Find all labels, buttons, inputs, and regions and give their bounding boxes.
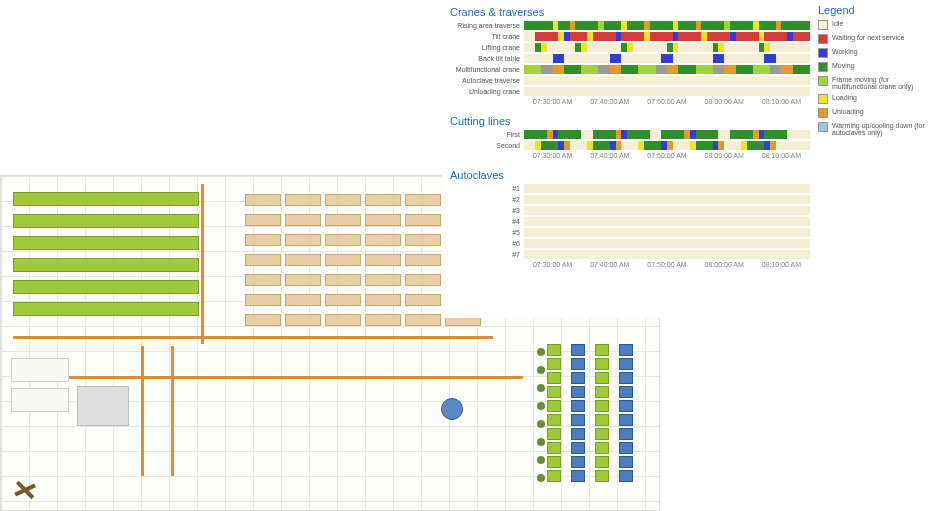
crane-label: Multifunctional crane	[450, 66, 524, 73]
gantt-segment	[593, 130, 616, 139]
tree-icon	[537, 348, 545, 356]
outbound-slot	[547, 372, 561, 384]
outbound-slot	[571, 456, 585, 468]
gantt-segment	[558, 130, 581, 139]
rack-slot	[285, 294, 321, 306]
legend-label: Loading	[832, 94, 857, 101]
crane-bar	[524, 87, 810, 96]
rack-slot	[325, 234, 361, 246]
crane-label: Unloading crane	[450, 88, 524, 95]
autoclave-label: #4	[450, 218, 524, 225]
autoclave-row: #2	[450, 194, 810, 204]
gantt-segment	[593, 141, 610, 150]
gantt-segment	[524, 43, 535, 52]
xaxis-tick: 07:40:00 AM	[581, 261, 638, 268]
tree-icon	[537, 366, 545, 374]
gantt-segment	[724, 65, 735, 74]
crane-bar	[524, 32, 810, 41]
gantt-segment	[524, 54, 553, 63]
crane-bar	[524, 76, 810, 85]
outbound-slot	[547, 358, 561, 370]
cutting-label: First	[450, 131, 524, 138]
gantt-segment	[667, 65, 678, 74]
rack-slot	[365, 274, 401, 286]
outbound-slot	[547, 400, 561, 412]
xaxis-tick: 08:10:00 AM	[753, 98, 810, 105]
cutting-xaxis: 07:30:00 AM07:40:00 AM07:50:00 AM08:00:0…	[524, 152, 810, 159]
outbound-slot	[595, 456, 609, 468]
gantt-segment	[547, 43, 576, 52]
autoclave-label: #5	[450, 229, 524, 236]
equip-box-3	[77, 386, 129, 426]
cutting-title: Cutting lines	[450, 115, 810, 127]
transfer-line-v2	[141, 346, 144, 476]
gantt-segment	[621, 32, 644, 41]
gantt-segment	[678, 43, 712, 52]
rack-slot	[245, 314, 281, 326]
outbound-slot	[547, 386, 561, 398]
autoclave-row: #5	[450, 227, 810, 237]
transfer-line-v3	[171, 346, 174, 476]
rack-slot	[365, 294, 401, 306]
gantt-segment	[753, 65, 770, 74]
outbound-slot	[595, 400, 609, 412]
autoclave-row: #3	[450, 205, 810, 215]
outbound-slot	[571, 386, 585, 398]
outbound-slot	[619, 428, 633, 440]
legend-swatch	[818, 76, 828, 86]
gantt-segment	[575, 21, 598, 30]
gantt-segment	[610, 54, 621, 63]
xaxis-tick: 08:10:00 AM	[753, 152, 810, 159]
gantt-segment	[776, 54, 810, 63]
outbound-slot	[595, 344, 609, 356]
legend-item: Frame moving (for multifunctional crane …	[818, 76, 928, 90]
rack-slot	[365, 214, 401, 226]
gantt-segment	[587, 43, 621, 52]
outbound-slot	[571, 414, 585, 426]
legend-item: Loading	[818, 94, 928, 104]
gantt-segment	[524, 141, 535, 150]
storage-lane	[13, 192, 199, 206]
cutting-bar	[524, 141, 810, 150]
gantt-segment	[730, 130, 753, 139]
outbound-slot	[547, 456, 561, 468]
rack-slot	[405, 274, 441, 286]
rack-slot	[245, 234, 281, 246]
crane-label: Autoclave traverse	[450, 77, 524, 84]
legend-label: Frame moving (for multifunctional crane …	[832, 76, 928, 90]
outbound-slot	[595, 414, 609, 426]
gantt-segment	[764, 32, 787, 41]
gantt-segment	[627, 21, 644, 30]
crane-bar	[524, 21, 810, 30]
gantt-segment	[524, 239, 810, 248]
tree-icon	[537, 456, 545, 464]
outbound-slot	[619, 358, 633, 370]
crane-label: Lifting crane	[450, 44, 524, 51]
gantt-segment	[570, 141, 587, 150]
tree-icon	[537, 438, 545, 446]
rack-slot	[405, 234, 441, 246]
legend-label: Idle	[832, 20, 843, 27]
outbound-slot	[571, 358, 585, 370]
outbound-slot	[571, 400, 585, 412]
outbound-slot	[571, 442, 585, 454]
gantt-segment	[776, 141, 810, 150]
autoclave-bar	[524, 206, 810, 215]
gantt-segment	[535, 32, 558, 41]
xaxis-tick: 07:30:00 AM	[524, 261, 581, 268]
storage-lane	[13, 214, 199, 228]
equip-box-2	[11, 388, 69, 412]
gantt-segment	[650, 130, 661, 139]
rack-slot	[405, 314, 441, 326]
legend-item: Unloading	[818, 108, 928, 118]
legend-title: Legend	[818, 4, 928, 16]
legend-item: Waiting for next service	[818, 34, 928, 44]
gantt-segment	[570, 32, 587, 41]
gantt-segment	[621, 141, 638, 150]
gantt-segment	[781, 21, 810, 30]
autoclave-label: #7	[450, 251, 524, 258]
crane-label: Tilt crane	[450, 33, 524, 40]
tree-icon	[537, 384, 545, 392]
legend-item: Warming up/cooling down (for autoclaves …	[818, 122, 928, 136]
outbound-slot	[595, 442, 609, 454]
